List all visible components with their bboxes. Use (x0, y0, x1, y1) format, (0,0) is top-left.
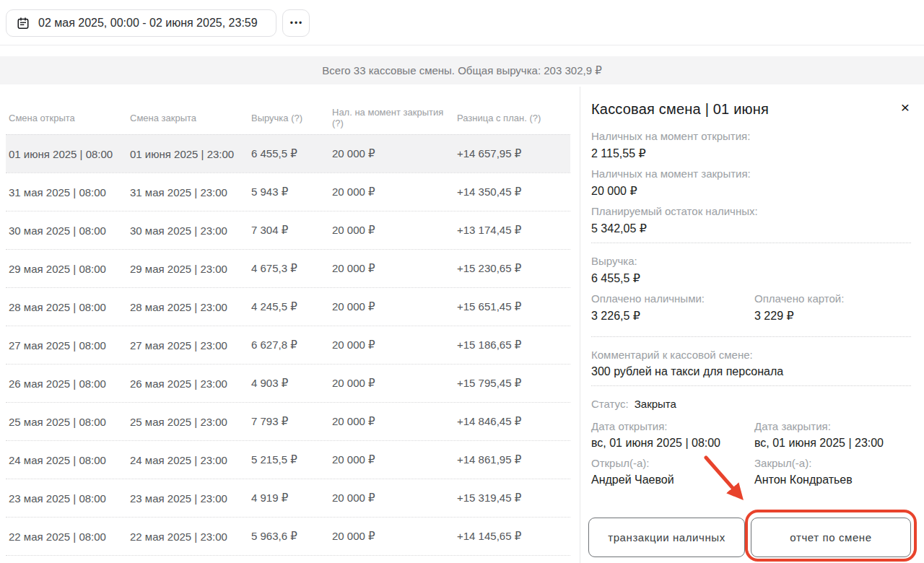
table-row[interactable]: 22 мая 2025 | 08:00 22 мая 2025 | 23:00 … (6, 517, 570, 555)
col-header-plan-diff: Разница с план. (?) (454, 113, 570, 123)
field-cash-close: Наличных на момент закрытия: 20 000 ₽ (591, 167, 911, 198)
cell-shift-opened: 22 мая 2025 | 08:00 (6, 531, 127, 543)
field-value: 2 115,55 ₽ (591, 147, 911, 160)
field-value: 3 226,5 ₽ (591, 309, 754, 323)
status-label: Статус: (591, 398, 629, 410)
table-body: 01 июня 2025 | 08:00 01 июня 2025 | 23:0… (6, 134, 570, 563)
cell-shift-closed: 24 мая 2025 | 23:00 (127, 454, 248, 466)
cell-revenue: 4 245,5 ₽ (248, 300, 329, 313)
cell-shift-closed: 23 мая 2025 | 23:00 (127, 492, 248, 505)
field-opened-by: Открыл(-а): Андрей Чаевой (591, 457, 754, 486)
cell-cash-at-close: 20 000 ₽ (329, 262, 454, 275)
cell-revenue: 5 943 ₽ (248, 186, 329, 198)
divider (591, 336, 911, 337)
paid-row: Оплачено наличными: 3 226,5 ₽ Оплачено к… (591, 292, 911, 330)
cell-shift-closed: 22 мая 2025 | 23:00 (127, 531, 248, 543)
field-label: Открыл(-а): (591, 457, 754, 469)
cell-plan-diff: +14 846,45 ₽ (454, 415, 570, 428)
cell-shift-closed: 28 мая 2025 | 23:00 (127, 301, 248, 313)
staff-row: Открыл(-а): Андрей Чаевой Закрыл(-а): Ан… (591, 457, 911, 494)
cell-plan-diff: +15 186,65 ₽ (454, 339, 570, 352)
cell-revenue: 5 215,5 ₽ (248, 453, 329, 466)
table-row[interactable]: 28 мая 2025 | 08:00 28 мая 2025 | 23:00 … (6, 287, 570, 326)
cell-shift-opened: 27 мая 2025 | 08:00 (6, 339, 127, 352)
cell-cash-at-close: 20 000 ₽ (329, 492, 454, 505)
cell-shift-closed: 31 мая 2025 | 23:00 (127, 186, 248, 198)
dates-row: Дата открытия: вс, 01 июня 2025 | 08:00 … (591, 420, 911, 457)
date-range-picker[interactable]: 02 мая 2025, 00:00 - 02 июня 2025, 23:59 (6, 9, 276, 37)
cell-shift-opened: 23 мая 2025 | 08:00 (6, 492, 127, 505)
summary-text: Всего 33 кассовые смены. Общая выручка: … (322, 64, 601, 77)
status-badge: Закрыта (635, 398, 676, 410)
field-value: вс, 01 июня 2025 | 08:00 (591, 437, 754, 450)
more-options-button[interactable]: ••• (282, 9, 310, 37)
cell-revenue: 4 919 ₽ (248, 492, 329, 505)
date-range-value: 02 мая 2025, 00:00 - 02 июня 2025, 23:59 (38, 17, 258, 30)
table-row[interactable]: 26 мая 2025 | 08:00 26 мая 2025 | 23:00 … (6, 364, 570, 402)
cell-revenue: 7 793 ₽ (248, 415, 329, 428)
divider (591, 385, 911, 386)
field-value: вс, 01 июня 2025 | 23:00 (754, 437, 911, 450)
cell-plan-diff: +13 174,45 ₽ (454, 224, 570, 237)
col-header-revenue: Выручка (?) (248, 113, 329, 123)
field-value: 20 000 ₽ (591, 184, 911, 198)
cell-plan-diff: +14 861,95 ₽ (454, 453, 570, 466)
table-row[interactable]: 29 мая 2025 | 08:00 29 мая 2025 | 23:00 … (6, 249, 570, 287)
cell-shift-opened: 31 мая 2025 | 08:00 (6, 186, 127, 198)
field-paid-cash: Оплачено наличными: 3 226,5 ₽ (591, 292, 754, 323)
shifts-table: Смена открыта Смена закрыта Выручка (?) … (6, 101, 570, 563)
field-label: Выручка: (591, 255, 911, 267)
cell-cash-at-close: 20 000 ₽ (329, 147, 454, 160)
field-comment: Комментарий к кассовой смене: 300 рублей… (591, 349, 911, 378)
cell-plan-diff: +15 319,45 ₽ (454, 492, 570, 505)
cell-shift-opened: 30 мая 2025 | 08:00 (6, 224, 127, 237)
calendar-icon (17, 17, 30, 30)
ellipsis-icon: ••• (290, 18, 304, 28)
status-row: Статус: Закрыта (591, 398, 911, 410)
table-row[interactable]: 25 мая 2025 | 08:00 25 мая 2025 | 23:00 … (6, 402, 570, 440)
cell-revenue: 6 455,5 ₽ (248, 147, 329, 160)
table-row[interactable]: 24 мая 2025 | 08:00 24 мая 2025 | 23:00 … (6, 440, 570, 479)
field-label: Закрыл(-а): (754, 457, 911, 469)
shift-report-button[interactable]: отчет по смене (751, 518, 911, 557)
cell-plan-diff: +14 657,95 ₽ (454, 147, 570, 160)
field-label: Дата открытия: (591, 420, 754, 432)
cell-revenue: 5 963,6 ₽ (248, 530, 329, 543)
cell-cash-at-close: 20 000 ₽ (329, 530, 454, 543)
cash-transactions-button[interactable]: транзакции наличных (588, 518, 745, 557)
field-closed-by: Закрыл(-а): Антон Кондратьев (754, 457, 911, 486)
top-toolbar: 02 мая 2025, 00:00 - 02 июня 2025, 23:59… (0, 0, 924, 45)
field-value: Андрей Чаевой (591, 473, 754, 486)
field-value: Антон Кондратьев (754, 473, 911, 486)
cell-cash-at-close: 20 000 ₽ (329, 339, 454, 352)
divider (591, 243, 911, 243)
cell-shift-opened: 24 мая 2025 | 08:00 (6, 454, 127, 466)
field-date-close: Дата закрытия: вс, 01 июня 2025 | 23:00 (754, 420, 911, 450)
cell-revenue: 6 627,8 ₽ (248, 339, 329, 352)
cell-shift-opened: 29 мая 2025 | 08:00 (6, 263, 127, 275)
table-row[interactable]: 01 июня 2025 | 08:00 01 июня 2025 | 23:0… (6, 134, 570, 173)
field-label: Планируемый остаток наличных: (591, 205, 911, 217)
cell-plan-diff: +15 795,45 ₽ (454, 377, 570, 390)
field-label: Дата закрытия: (754, 420, 911, 432)
cell-shift-opened: 01 июня 2025 | 08:00 (6, 148, 127, 160)
cell-shift-opened: 28 мая 2025 | 08:00 (6, 301, 127, 313)
table-row[interactable]: 31 мая 2025 | 08:00 31 мая 2025 | 23:00 … (6, 173, 570, 211)
table-row[interactable]: 23 мая 2025 | 08:00 23 мая 2025 | 23:00 … (6, 479, 570, 517)
cell-plan-diff: +14 145,65 ₽ (454, 530, 570, 543)
close-icon[interactable]: × (899, 101, 911, 114)
cell-shift-closed: 25 мая 2025 | 23:00 (127, 416, 248, 428)
table-row[interactable]: 30 мая 2025 | 08:00 30 мая 2025 | 23:00 … (6, 211, 570, 249)
table-header-row: Смена открыта Смена закрыта Выручка (?) … (6, 101, 570, 134)
field-value: 300 рублей на такси для персонала (591, 365, 911, 378)
table-row[interactable]: 21 мая 2025 | 08:00 21 мая 2025 | 23:00 … (6, 555, 570, 563)
cell-plan-diff: +15 651,45 ₽ (454, 300, 570, 313)
cell-cash-at-close: 20 000 ₽ (329, 186, 454, 198)
cell-shift-closed: 01 июня 2025 | 23:00 (127, 148, 248, 160)
field-paid-card: Оплачено картой: 3 229 ₽ (754, 292, 911, 323)
cell-cash-at-close: 20 000 ₽ (329, 300, 454, 313)
field-value: 6 455,5 ₽ (591, 271, 911, 285)
cell-cash-at-close: 20 000 ₽ (329, 453, 454, 466)
field-label: Оплачено картой: (754, 292, 911, 305)
table-row[interactable]: 27 мая 2025 | 08:00 27 мая 2025 | 23:00 … (6, 326, 570, 364)
